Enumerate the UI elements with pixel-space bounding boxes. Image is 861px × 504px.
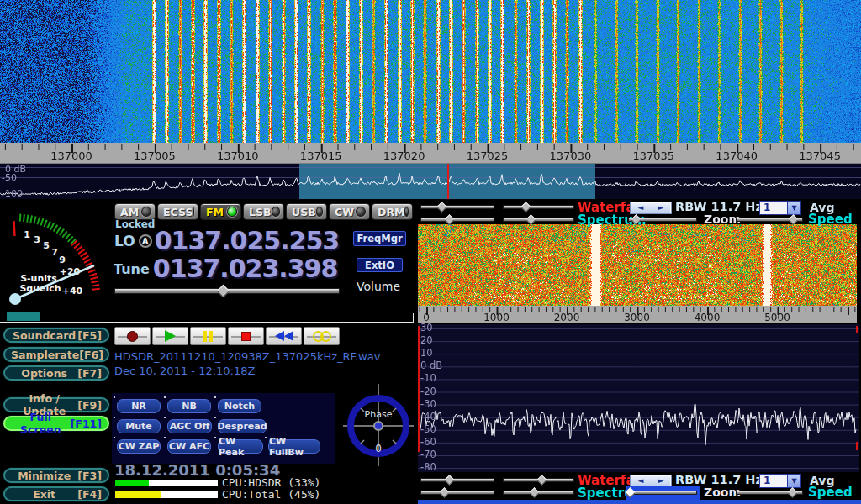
slider-thumb[interactable] xyxy=(444,475,455,486)
waterfall-brightness-slider[interactable] xyxy=(420,202,494,212)
slider-thumb[interactable] xyxy=(529,487,540,498)
spectrum-lower-slider[interactable] xyxy=(503,215,574,224)
lo-frequency-value[interactable]: 0137.025.253 xyxy=(155,228,340,254)
tune-frequency-value[interactable]: 0137.023.398 xyxy=(153,256,338,281)
slider-thumb[interactable] xyxy=(536,475,547,486)
slider-thumb[interactable] xyxy=(444,214,455,225)
button-label: Mute xyxy=(125,421,152,432)
mode-led-icon xyxy=(193,207,194,217)
dsp-button-notch[interactable]: Notch xyxy=(218,399,261,413)
avg-dropdown-value: 1 xyxy=(760,475,787,487)
slider-thumb[interactable] xyxy=(787,487,798,498)
spectrum-upper-slider[interactable] xyxy=(420,215,494,224)
lo-label: LO xyxy=(114,233,135,249)
audio-spectrum[interactable] xyxy=(418,324,859,472)
db-label: -60 xyxy=(420,436,436,448)
meter-tick-label: 5 xyxy=(43,240,50,251)
mode-button-usb[interactable]: USB xyxy=(286,203,327,220)
mode-led-icon xyxy=(141,207,151,217)
left-button-full-screen[interactable]: Full Screen[F11] xyxy=(3,416,109,431)
zoom-slider[interactable] xyxy=(628,215,697,224)
left-button-options[interactable]: Options[F7] xyxy=(3,365,109,381)
db-label: 20 xyxy=(420,334,433,346)
dsp-button-despread[interactable]: Despread xyxy=(218,419,267,433)
ruler-label: 137030 xyxy=(550,150,592,162)
avg-dropdown[interactable]: 1▼ xyxy=(759,201,801,215)
dsp-button-nb[interactable]: NB xyxy=(167,399,211,413)
main-frequency-ruler[interactable]: 1370001370051370101370151370201370251370… xyxy=(0,143,861,164)
freqmgr-button[interactable]: FreqMgr xyxy=(353,231,406,246)
tune-label: Tune xyxy=(114,261,150,277)
zoom-slider[interactable] xyxy=(628,488,697,497)
dsp-button-cw-zap[interactable]: CW ZAP xyxy=(117,439,161,454)
recorder-record-button[interactable] xyxy=(114,327,151,345)
left-button-exit[interactable]: Exit[F4] xyxy=(3,486,109,501)
rbw-spinner[interactable]: ◄► xyxy=(630,202,672,214)
slider-thumb[interactable] xyxy=(216,285,230,298)
mode-button-lsb[interactable]: LSB xyxy=(243,203,284,220)
ruler-label: 137045 xyxy=(799,150,841,162)
arrow-left-icon[interactable]: ◄ xyxy=(631,202,651,213)
slider-thumb[interactable] xyxy=(437,202,448,213)
mode-button-cw[interactable]: CW xyxy=(329,203,370,220)
recorder-stop-button[interactable] xyxy=(228,327,264,345)
recorder-pause-button[interactable] xyxy=(190,327,226,345)
main-waterfall[interactable] xyxy=(0,0,861,143)
left-button-minimize[interactable]: Minimize[F3] xyxy=(3,468,109,483)
db-label: 10 xyxy=(420,347,433,359)
button-label: CW FullBw xyxy=(269,436,320,458)
slider-thumb[interactable] xyxy=(439,487,450,498)
dsp-button-agc-off[interactable]: AGC Off xyxy=(167,419,212,433)
dsp-button-mute[interactable]: Mute xyxy=(117,419,161,433)
arrow-right-icon[interactable]: ► xyxy=(651,202,671,213)
chevron-down-icon[interactable]: ▼ xyxy=(787,475,800,487)
play-icon xyxy=(165,330,176,342)
dsp-button-cw-fullbw[interactable]: CW FullBw xyxy=(268,439,320,454)
audio-waterfall[interactable] xyxy=(418,224,857,306)
speed-slider[interactable] xyxy=(736,488,803,497)
dsp-button-nr[interactable]: NR xyxy=(117,399,161,413)
dsp-button-cw-afc[interactable]: CW AFC xyxy=(167,439,211,454)
waterfall-contrast-slider[interactable] xyxy=(503,202,574,212)
recorder-loop-button[interactable] xyxy=(304,327,340,345)
slider-thumb[interactable] xyxy=(520,202,531,213)
button-key: [F3] xyxy=(77,470,102,482)
slider-thumb[interactable] xyxy=(631,214,642,225)
db-label: -100 xyxy=(2,188,23,199)
ruler-label: 137010 xyxy=(217,150,259,162)
rbw-spinner[interactable]: ◄► xyxy=(630,475,672,487)
ruler-label: 3000 xyxy=(624,312,650,323)
mode-button-drm[interactable]: DRM xyxy=(372,203,413,220)
recorder-play-button[interactable] xyxy=(152,327,188,345)
waterfall-contrast-slider[interactable] xyxy=(503,475,574,485)
slider-thumb[interactable] xyxy=(526,214,536,225)
slider-thumb[interactable] xyxy=(788,214,799,225)
arrow-right-icon[interactable]: ► xyxy=(651,475,671,486)
waterfall-brightness-slider[interactable] xyxy=(420,475,494,485)
volume-slider[interactable] xyxy=(114,286,340,297)
spectrum-upper-slider[interactable] xyxy=(420,488,494,497)
dsp-button-cw-peak[interactable]: CW Peak xyxy=(218,439,263,454)
chevron-down-icon[interactable]: ▼ xyxy=(787,202,800,214)
extio-button[interactable]: ExtIO xyxy=(357,258,403,272)
cpu-bar xyxy=(114,479,219,487)
left-button-soundcard[interactable]: Soundcard[F5] xyxy=(3,328,109,343)
speed-label: Speed xyxy=(808,485,853,500)
mode-button-fm[interactable]: FM xyxy=(200,203,241,220)
lo-auto-badge[interactable]: A xyxy=(139,234,152,248)
mode-led-icon xyxy=(356,207,366,217)
button-label: AGC Off xyxy=(170,421,210,432)
phase-tick xyxy=(361,408,364,412)
mode-button-am[interactable]: AM xyxy=(114,203,156,220)
spectrum-lower-slider[interactable] xyxy=(503,488,574,497)
mode-button-ecss[interactable]: ECSS xyxy=(157,203,198,220)
phase-dial[interactable]: Phase 0 xyxy=(339,381,416,469)
recorder-rewind-button[interactable] xyxy=(266,327,302,345)
main-spectrum[interactable] xyxy=(0,164,861,199)
avg-dropdown[interactable]: 1▼ xyxy=(759,474,801,488)
spectrum-trace xyxy=(418,324,859,472)
left-button-samplerate[interactable]: Samplerate[F6] xyxy=(3,347,109,362)
rbw-label: RBW 11.7 Hz xyxy=(675,473,763,486)
speed-slider[interactable] xyxy=(736,215,803,224)
arrow-left-icon[interactable]: ◄ xyxy=(631,475,651,486)
